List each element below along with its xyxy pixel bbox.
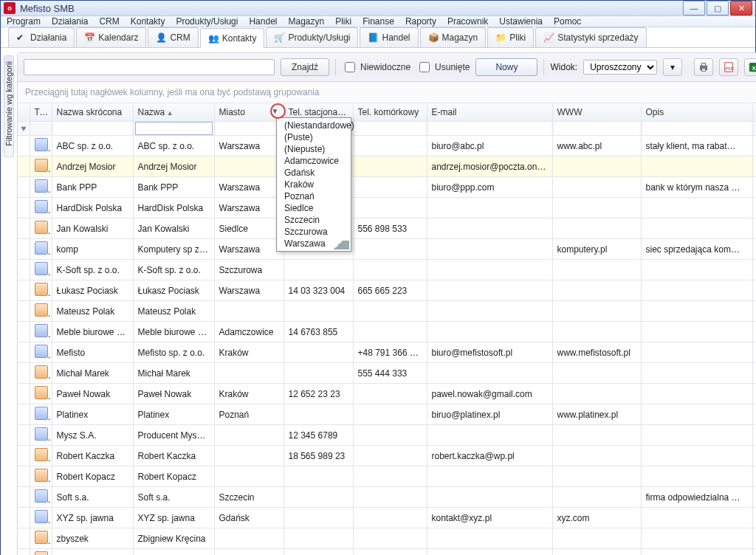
invisible-checkbox-input[interactable] — [345, 62, 355, 72]
invisible-checkbox[interactable]: Niewidoczne — [342, 60, 410, 75]
table-row[interactable]: XYZ sp. jawnaXYZ sp. jawnaGdańskkontakt@… — [18, 508, 756, 528]
view-dropdown-button[interactable]: ▾ — [663, 58, 682, 76]
filter-desc[interactable] — [643, 122, 752, 135]
filter-mobile[interactable] — [355, 122, 425, 135]
table-row[interactable]: Robert KopaczRobert Kopacz — [18, 466, 756, 487]
table-row[interactable]: zbyszekZbigniew Kręcina — [18, 528, 756, 549]
filter-option[interactable]: (Puste) — [277, 131, 351, 143]
tab-pliki[interactable]: 📁Pliki — [487, 27, 534, 47]
table-row[interactable]: Andrzej MosiorAndrzej Mosiorandrzej.mosi… — [18, 156, 756, 177]
row-selector — [18, 198, 30, 218]
close-button[interactable]: ✕ — [730, 1, 752, 15]
col-short-name[interactable]: Nazwa skrócona — [52, 103, 133, 122]
table-row[interactable]: Mateusz PolakMateusz Polak — [18, 301, 756, 322]
col-actions[interactable]: … — [753, 103, 756, 122]
table-row[interactable]: Mysz S.A.Producent Myszy…12 345 6789 — [18, 425, 756, 446]
table-row[interactable]: Meble biurowe s.aMeble biurowe s.aAdamcz… — [18, 322, 756, 342]
menu-program[interactable]: Program — [7, 16, 41, 27]
table-row[interactable]: Łukasz PociaskŁukasz PociaskWarszawa14 0… — [18, 280, 756, 301]
minimize-button[interactable]: — — [683, 1, 705, 15]
filter-option[interactable]: (Niestandardowe) — [277, 120, 351, 131]
tab-statystyki-sprzedaży[interactable]: 📈Statystyki sprzedaży — [535, 27, 646, 47]
tab-magazyn[interactable]: 📦Magazyn — [420, 27, 487, 47]
filter-city[interactable] — [216, 122, 282, 135]
table-row[interactable]: ABC sp. z o.o.ABC sp. z o.o.Warszawabiur… — [18, 136, 756, 156]
table-row[interactable]: PlatinexPlatinexPoznańbiruo@platinex.plw… — [18, 404, 756, 425]
find-button[interactable]: Znajdź — [281, 58, 329, 76]
menu-działania[interactable]: Działania — [52, 16, 88, 27]
menu-pracownik[interactable]: Pracownik — [447, 16, 488, 27]
menu-handel[interactable]: Handel — [249, 16, 277, 27]
filter-option[interactable]: Adamczowice — [277, 155, 351, 167]
table-row[interactable]: Soft s.a.Soft s.a.Szczecinfirma odpowied… — [18, 487, 756, 508]
cell-name: Zbigniew Kręcina — [133, 528, 214, 549]
maximize-button[interactable]: ▢ — [707, 1, 729, 15]
tab-produkty-usługi[interactable]: 🛒Produkty/Usługi — [266, 27, 358, 47]
col-type[interactable]: Typ — [30, 103, 52, 122]
cell-email — [427, 425, 552, 446]
tab-kalendarz[interactable]: 📅Kalendarz — [76, 27, 146, 47]
menu-produkty/usługi[interactable]: Produkty/Usługi — [176, 16, 238, 27]
col-name[interactable]: Nazwa — [133, 103, 214, 122]
menu-magazyn[interactable]: Magazyn — [288, 16, 324, 27]
menu-pomoc[interactable]: Pomoc — [554, 16, 581, 27]
menu-kontakty[interactable]: Kontakty — [131, 16, 165, 27]
col-desc[interactable]: Opis — [641, 103, 753, 122]
col-mobile[interactable]: Tel. komórkowy — [353, 103, 427, 122]
cell-phone — [284, 528, 353, 549]
table-row[interactable]: MefistoMefisto sp. z o.o.Kraków+48 791 3… — [18, 342, 756, 363]
deleted-checkbox-input[interactable] — [419, 62, 430, 72]
row-selector-header[interactable] — [18, 103, 30, 122]
filter-name[interactable] — [135, 122, 213, 135]
tab-działania[interactable]: ✔Działania — [8, 27, 75, 47]
menu-raporty[interactable]: Raporty — [405, 16, 436, 27]
table-row[interactable]: Michał MarekMichał Marek555 444 333 — [18, 363, 756, 384]
table-row[interactable]: Zbigniew MikrutZbigniew Mikrut — [18, 549, 756, 556]
filter-option[interactable]: Poznań — [277, 190, 351, 202]
cell-city: Warszawa — [214, 280, 284, 301]
group-hint[interactable]: Przeciągnij tutaj nagłówek kolumny, jeśl… — [18, 82, 756, 103]
filter-option[interactable]: Szczurowa — [277, 226, 351, 238]
menu-finanse[interactable]: Finanse — [362, 16, 394, 27]
filter-option[interactable]: (Niepuste) — [277, 143, 351, 155]
print-icon[interactable] — [694, 58, 713, 76]
cell-city: Adamczowice — [214, 322, 284, 342]
table-row[interactable]: kompKomputery sp z o…Warszawakomputery.p… — [18, 239, 756, 260]
cell-short-name: HardDisk Polska — [52, 198, 133, 218]
tab-handel[interactable]: 📘Handel — [360, 27, 418, 47]
city-filter-popup[interactable]: (Niestandardowe)(Puste)(Niepuste)Adamczo… — [276, 117, 351, 252]
person-icon — [35, 448, 48, 461]
menu-crm[interactable]: CRM — [99, 16, 119, 27]
filter-option[interactable]: Gdańsk — [277, 167, 351, 179]
filter-option[interactable]: Siedlce — [277, 202, 351, 214]
table-row[interactable]: Paweł NowakPaweł NowakKraków12 652 23 23… — [18, 384, 756, 404]
calendar-icon: 📅 — [84, 32, 94, 43]
table-row[interactable]: Bank PPPBank PPPWarszawabiuro@ppp.comban… — [18, 177, 756, 198]
cell-mobile: 556 898 533 — [353, 218, 427, 239]
filter-short-name[interactable] — [54, 122, 131, 135]
deleted-checkbox[interactable]: Usunięte — [416, 60, 470, 75]
toolbar-divider — [543, 59, 544, 75]
filter-option[interactable]: Kraków — [277, 179, 351, 190]
table-row[interactable]: Robert KaczkaRobert Kaczka18 565 989 23r… — [18, 446, 756, 466]
col-www[interactable]: WWW — [552, 103, 641, 122]
table-row[interactable]: HardDisk PolskaHardDisk PolskaWarszawa — [18, 198, 756, 218]
tab-crm[interactable]: 👤CRM — [148, 27, 198, 47]
filter-www[interactable] — [554, 122, 639, 135]
table-row[interactable]: K-Soft sp. z o.o.K-Soft sp. z o.o.Szczur… — [18, 260, 756, 280]
search-input[interactable] — [24, 59, 275, 75]
view-select[interactable]: Uproszczony2 — [583, 60, 657, 75]
menu-ustawienia[interactable]: Ustawienia — [499, 16, 543, 27]
excel-export-icon[interactable]: X — [744, 58, 756, 76]
new-button[interactable]: Nowy — [475, 58, 537, 76]
menu-pliki[interactable]: Pliki — [335, 16, 351, 27]
table-row[interactable]: Jan KowalskiJan KowalskiSiedlce556 898 5… — [18, 218, 756, 239]
col-city[interactable]: Miasto▼ — [214, 103, 284, 122]
tab-kontakty[interactable]: 👥Kontakty — [200, 28, 265, 48]
filter-option[interactable]: Szczecin — [277, 214, 351, 226]
col-email[interactable]: E-mail — [427, 103, 552, 122]
pdf-export-icon[interactable]: PDF — [719, 58, 738, 76]
popup-resize-handle[interactable] — [327, 241, 349, 249]
side-filter-panel[interactable]: Filtrowanie wg kategorii — [4, 55, 14, 157]
filter-email[interactable] — [429, 122, 551, 135]
